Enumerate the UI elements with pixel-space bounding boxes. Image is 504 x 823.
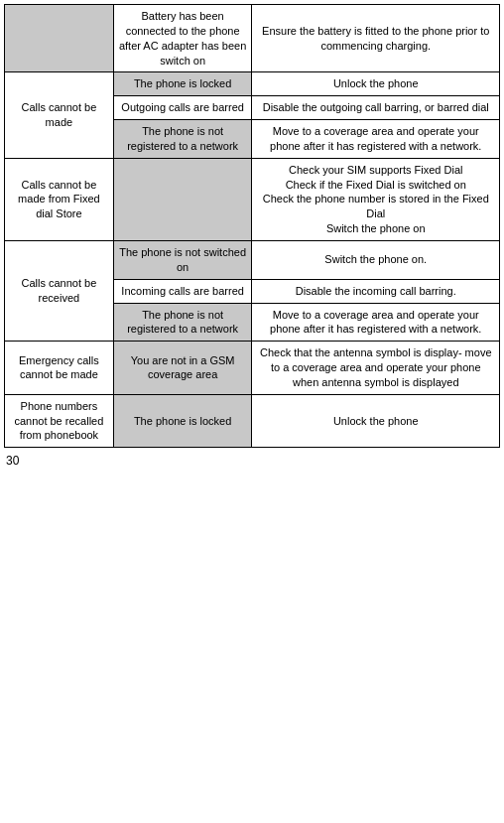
table-row: Calls cannot be made from Fixed dial Sto… (5, 158, 500, 240)
col3-cell: Disable the incoming call barring. (252, 279, 500, 303)
col2-cell: You are not in a GSM coverage area (113, 342, 252, 395)
col2-cell: The phone is locked (113, 394, 252, 448)
col3-cell: Move to a coverage area and operate your… (252, 303, 500, 342)
col1-cell: Calls cannot be made (5, 72, 114, 158)
col2-cell: Outgoing calls are barred (113, 96, 252, 120)
col1-cell: Emergency calls cannot be made (5, 342, 114, 395)
troubleshoot-table: Battery has been connected to the phone … (4, 4, 500, 448)
col2-cell (113, 158, 252, 240)
table-row: Battery has been connected to the phone … (5, 5, 500, 72)
col2-cell: The phone is not switched on (113, 240, 252, 279)
col1-cell (5, 5, 114, 72)
page-number: 30 (4, 454, 500, 468)
table-row: Calls cannot be madeThe phone is lockedU… (5, 72, 500, 96)
col1-cell: Calls cannot be received (5, 240, 114, 341)
col2-cell: The phone is not registered to a network (113, 303, 252, 342)
table-row: Emergency calls cannot be madeYou are no… (5, 342, 500, 395)
col3-cell: Ensure the battery is fitted to the phon… (252, 5, 500, 72)
col2-cell: Battery has been connected to the phone … (113, 5, 252, 72)
table-row: Phone numbers cannot be recalled from ph… (5, 394, 500, 448)
col2-cell: The phone is locked (113, 72, 252, 96)
col2-cell: The phone is not registered to a network (113, 120, 252, 159)
table-row: Calls cannot be receivedThe phone is not… (5, 240, 500, 279)
col3-cell: Move to a coverage area and operate your… (252, 120, 500, 159)
col3-cell: Check your SIM supports Fixed DialCheck … (252, 158, 500, 240)
col3-cell: Switch the phone on. (252, 240, 500, 279)
col3-cell: Unlock the phone (252, 72, 500, 96)
col3-cell: Check that the antenna symbol is display… (252, 342, 500, 395)
col1-cell: Calls cannot be made from Fixed dial Sto… (5, 158, 114, 240)
col3-cell: Unlock the phone (252, 394, 500, 448)
col3-cell: Disable the outgoing call barring, or ba… (252, 96, 500, 120)
col1-cell: Phone numbers cannot be recalled from ph… (5, 394, 114, 448)
col2-cell: Incoming calls are barred (113, 279, 252, 303)
